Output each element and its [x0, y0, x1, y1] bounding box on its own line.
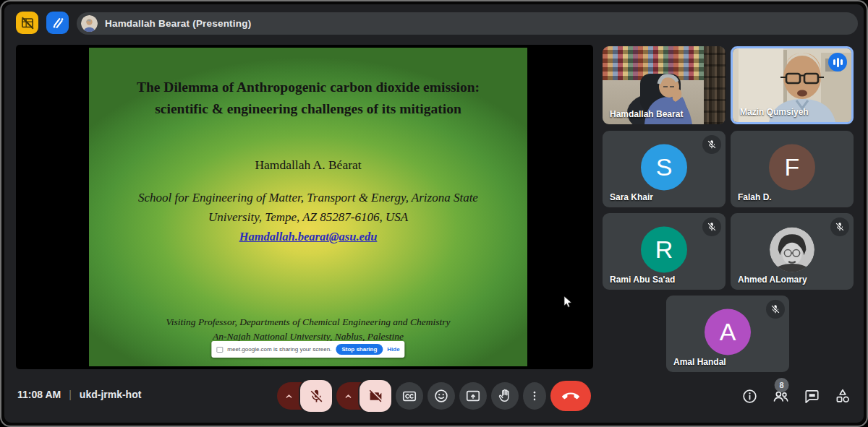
- raise-hand-icon: [497, 388, 513, 404]
- meeting-code: ukd-jrmk-hot: [80, 389, 142, 400]
- share-message: meet.google.com is sharing your screen.: [227, 346, 331, 353]
- participant-tile-rami[interactable]: R Rami Abu Sa'ad: [603, 213, 726, 290]
- mic-off-badge: [702, 217, 721, 236]
- raise-hand-button[interactable]: [491, 382, 519, 410]
- mic-off-badge: [766, 300, 785, 319]
- chat-icon: [804, 388, 820, 405]
- slide-affiliation: School for Engineering of Matter, Transp…: [89, 188, 527, 227]
- participant-name: Sara Khair: [610, 192, 653, 202]
- google-meet-window: Hamdallah Bearat (Presenting) The Dilemm…: [0, 0, 868, 427]
- participant-name: Ahmed ALomary: [738, 275, 807, 285]
- screen-share-banner: meet.google.com is sharing your screen. …: [211, 341, 404, 358]
- presentation-warning-button[interactable]: [16, 12, 38, 34]
- participant-tile-ahmed[interactable]: Ahmed ALomary: [731, 213, 854, 290]
- chevron-up-icon: [284, 391, 294, 402]
- participant-name: Rami Abu Sa'ad: [610, 275, 675, 285]
- avatar: A: [705, 309, 751, 355]
- audio-speaking-indicator: [828, 53, 847, 72]
- participant-tile-hamdallah[interactable]: Hamdallah Bearat: [603, 46, 726, 124]
- participant-tile-amal[interactable]: A Amal Handal: [666, 296, 789, 372]
- slide-author: Hamdallah A. Béarat: [89, 158, 527, 173]
- call-controls: [277, 379, 591, 413]
- participant-tile-mazin[interactable]: Mazin Qumsiyeh: [731, 46, 854, 124]
- shared-slide: The Dilemma of Anthropogenic carbon diox…: [89, 48, 527, 366]
- camera-control-group: [336, 380, 391, 412]
- activities-button[interactable]: [833, 387, 852, 405]
- presenter-label: Hamdallah Bearat (Presenting): [105, 18, 251, 29]
- participant-tile-falah[interactable]: F Falah D.: [731, 131, 854, 207]
- avatar: R: [641, 226, 687, 272]
- meeting-details-button[interactable]: [740, 387, 759, 405]
- participant-count-badge: 8: [775, 378, 789, 392]
- stop-sharing-button[interactable]: Stop sharing: [336, 344, 383, 355]
- mouse-cursor: [563, 296, 572, 309]
- presenting-banner[interactable]: Hamdallah Bearat (Presenting): [77, 12, 858, 35]
- mic-off-icon: [309, 389, 324, 404]
- meeting-panel-icons: 8: [740, 381, 852, 411]
- more-options-button[interactable]: [523, 382, 546, 410]
- captions-button[interactable]: [396, 382, 423, 410]
- mic-off-badge: [702, 135, 721, 154]
- activities-icon: [834, 387, 851, 405]
- presentation-stage: The Dilemma of Anthropogenic carbon diox…: [16, 45, 593, 369]
- people-panel-button[interactable]: 8: [771, 387, 790, 405]
- info-icon: [741, 388, 758, 405]
- participant-name: Mazin Qumsiyeh: [740, 107, 809, 117]
- present-screen-icon: [465, 388, 481, 404]
- participant-name: Amal Handal: [673, 357, 726, 367]
- mic-control-group: [277, 380, 332, 412]
- present-screen-button[interactable]: [459, 382, 487, 410]
- mic-mute-button[interactable]: [300, 380, 332, 412]
- hide-banner-link[interactable]: Hide: [387, 346, 399, 353]
- chat-panel-button[interactable]: [802, 387, 821, 405]
- annotation-button[interactable]: [46, 12, 69, 34]
- slide-footer: Visiting Professor, Departments of Chemi…: [89, 315, 527, 343]
- presentation-off-icon: [20, 15, 35, 31]
- reactions-button[interactable]: [427, 382, 455, 410]
- participant-name: Falah D.: [738, 192, 772, 202]
- participant-tile-sara[interactable]: S Sara Khair: [603, 131, 726, 207]
- call-end-icon: [562, 387, 579, 405]
- more-vertical-icon: [528, 389, 541, 402]
- slide-title: The Dilemma of Anthropogenic carbon diox…: [89, 77, 527, 120]
- clock-time: 11:08 AM: [17, 389, 61, 400]
- avatar: F: [769, 144, 815, 190]
- captions-icon: [401, 388, 417, 404]
- screen-icon: [216, 347, 223, 353]
- chevron-up-icon: [343, 391, 354, 402]
- avatar: S: [641, 144, 687, 190]
- divider: |: [69, 389, 72, 400]
- slide-email-link: Hamdallah.bearat@asu.edu: [89, 230, 527, 244]
- participant-name: Hamdallah Bearat: [610, 109, 683, 119]
- end-call-button[interactable]: [550, 381, 591, 411]
- camera-off-icon: [368, 389, 383, 404]
- avatar-photo: [770, 228, 814, 272]
- presenter-avatar: [81, 15, 98, 32]
- emoji-icon: [433, 388, 449, 404]
- camera-off-button[interactable]: [359, 380, 391, 412]
- mic-off-badge: [830, 217, 849, 236]
- meeting-info: 11:08 AM | ukd-jrmk-hot: [17, 384, 141, 405]
- scribble-pen-icon: [50, 15, 66, 31]
